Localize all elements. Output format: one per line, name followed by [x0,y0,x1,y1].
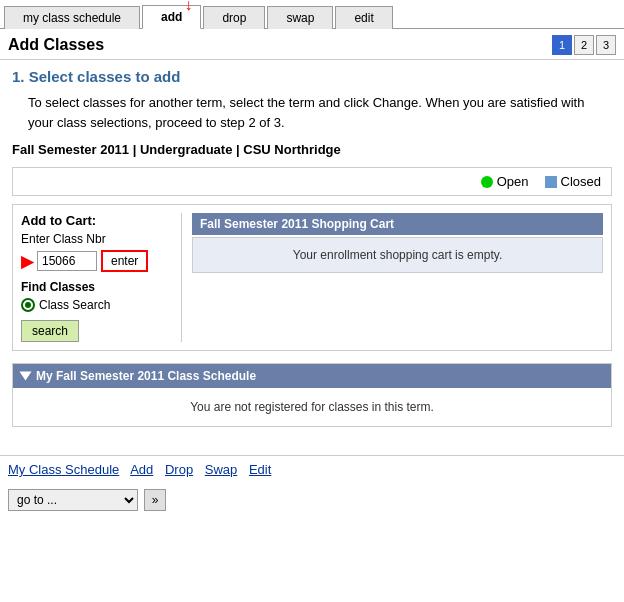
footer-links: My Class Schedule Add Drop Swap Edit [0,455,624,477]
red-arrow-icon: ▶ [21,252,33,271]
step-3-box: 3 [596,35,616,55]
legend-box: Open Closed [12,167,612,196]
tab-my-class-schedule-label: my class schedule [23,11,121,25]
class-search-label: Class Search [39,298,110,312]
page-title: Add Classes [8,36,104,54]
step-2-box: 2 [574,35,594,55]
add-to-cart-section: Add to Cart: Enter Class Nbr ▶ enter Fin… [12,204,612,351]
instruction-text: To select classes for another term, sele… [28,93,612,132]
my-schedule-section: My Fall Semester 2011 Class Schedule You… [12,363,612,427]
tab-swap-label: swap [286,11,314,25]
footer-link-add[interactable]: Add [130,462,153,477]
section-title: 1. Select classes to add [12,68,612,85]
class-nbr-row: ▶ enter [21,250,171,272]
enter-button[interactable]: enter [101,250,148,272]
tab-edit-label: edit [354,11,373,25]
tab-add[interactable]: add ↓ [142,5,201,29]
footer-link-swap[interactable]: Swap [205,462,238,477]
step-indicators: 1 2 3 [552,35,616,55]
find-classes-label: Find Classes [21,280,171,294]
footer-link-drop[interactable]: Drop [165,462,193,477]
footer-link-edit[interactable]: Edit [249,462,271,477]
enter-class-nbr-label: Enter Class Nbr [21,232,171,246]
class-nbr-input[interactable] [37,251,97,271]
class-search-radio-row[interactable]: Class Search [21,298,171,312]
open-circle-icon [481,176,493,188]
my-schedule-header: My Fall Semester 2011 Class Schedule [13,364,611,388]
tab-add-label: add [161,10,182,24]
closed-square-icon [545,176,557,188]
add-arrow-icon: ↓ [184,0,192,14]
schedule-empty-message: You are not registered for classes in th… [13,388,611,426]
add-to-cart-label: Add to Cart: [21,213,171,228]
tab-my-class-schedule[interactable]: my class schedule [4,6,140,29]
tab-drop[interactable]: drop [203,6,265,29]
footer-link-my-class-schedule[interactable]: My Class Schedule [8,462,119,477]
cart-header: Fall Semester 2011 Shopping Cart [192,213,603,235]
step-1-box: 1 [552,35,572,55]
shopping-cart-panel: Fall Semester 2011 Shopping Cart Your en… [181,213,603,342]
left-panel: Add to Cart: Enter Class Nbr ▶ enter Fin… [21,213,181,342]
tab-edit[interactable]: edit [335,6,392,29]
footer-nav: go to ... » [0,485,624,515]
term-info: Fall Semester 2011 | Undergraduate | CSU… [12,142,612,157]
add-cart-inner: Add to Cart: Enter Class Nbr ▶ enter Fin… [21,213,603,342]
search-button[interactable]: search [21,320,79,342]
goto-go-button[interactable]: » [144,489,166,511]
class-search-radio[interactable] [21,298,35,312]
closed-label: Closed [561,174,601,189]
main-content: 1. Select classes to add To select class… [0,60,624,435]
cart-empty-message: Your enrollment shopping cart is empty. [192,237,603,273]
triangle-icon [20,372,32,381]
tab-drop-label: drop [222,11,246,25]
page-header: Add Classes 1 2 3 [0,29,624,60]
open-label: Open [497,174,529,189]
top-nav-tabs: my class schedule add ↓ drop swap edit [0,0,624,29]
legend-closed: Closed [545,174,601,189]
tab-swap[interactable]: swap [267,6,333,29]
goto-select[interactable]: go to ... [8,489,138,511]
legend-open: Open [481,174,529,189]
my-schedule-header-label: My Fall Semester 2011 Class Schedule [36,369,256,383]
